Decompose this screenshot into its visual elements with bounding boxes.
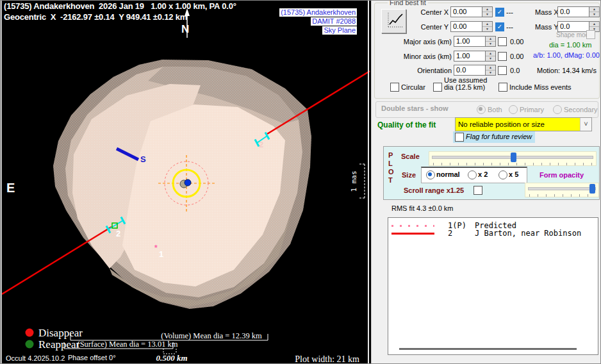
assumed-dia-checkbox[interactable] bbox=[433, 83, 442, 92]
mass-x-label: Mass X bbox=[535, 8, 559, 16]
scale-slider-ticks bbox=[433, 163, 593, 165]
disappear-legend: Disappear bbox=[38, 327, 83, 339]
plot-letter-o: O bbox=[388, 168, 394, 176]
center-x-fit-value: --- bbox=[506, 8, 513, 16]
run-fit-button[interactable] bbox=[381, 9, 406, 33]
flag-review-label: Flag for future review bbox=[466, 133, 532, 140]
reappear-dot-icon bbox=[26, 340, 34, 349]
scale-slider[interactable] bbox=[429, 151, 597, 166]
center-y-lock-checkbox[interactable]: ✓ bbox=[495, 22, 504, 31]
version-label: Occult 4.2025.10.2 bbox=[6, 354, 65, 362]
plot-width-label: Plot width: 21 km bbox=[295, 354, 359, 364]
plot-letter-l: L bbox=[388, 160, 393, 167]
scale-label: Scale bbox=[401, 153, 420, 160]
double-both-label: Both bbox=[488, 106, 502, 113]
quality-value: No reliable position or size bbox=[456, 120, 580, 128]
minor-axis-fit-value: 0.00 bbox=[510, 53, 523, 60]
form-opacity-slider-track[interactable] bbox=[528, 187, 596, 190]
chord-number: 2 bbox=[448, 229, 452, 238]
center-x-spinner[interactable]: 0.00▲▼ bbox=[450, 6, 493, 17]
minor-axis-value[interactable]: 1.00 bbox=[454, 51, 485, 62]
major-axis-value[interactable]: 1.00 bbox=[454, 36, 485, 47]
scale-slider-thumb[interactable] bbox=[511, 153, 516, 162]
east-label: E bbox=[6, 181, 15, 195]
miss-events-checkbox[interactable] bbox=[498, 83, 507, 92]
sky-plane-plot: * S 2 2 1 N E 1 mas bbox=[1, 1, 371, 364]
flag-review-checkbox[interactable] bbox=[455, 133, 464, 142]
size-x5-radio[interactable] bbox=[498, 170, 507, 179]
center-y-value[interactable]: 0.00 bbox=[450, 21, 482, 32]
object-name-chip: (15735) Andakerkhoven bbox=[279, 8, 357, 17]
minor-axis-fit-checkbox[interactable] bbox=[498, 52, 507, 61]
assumed-dia-label: Use assumeddia (12.5 km) bbox=[444, 77, 487, 91]
scroll-range-label: Scroll range x1.25 bbox=[404, 186, 464, 194]
size-normal-label: normal bbox=[436, 170, 460, 178]
plot-title-line2: Geocentric X -2162.97 ±0.14 Y 949.41 ±0.… bbox=[4, 12, 187, 22]
size-normal-radio[interactable] bbox=[426, 170, 435, 179]
plot-border bbox=[368, 1, 369, 364]
plot-title-line1: (15735) Andakerkhoven 2026 Jan 19 1.00 x… bbox=[4, 1, 236, 11]
double-primary-radio bbox=[509, 105, 518, 114]
mass-y-value[interactable]: 0.0 bbox=[557, 21, 589, 32]
chord1-label: 1 bbox=[159, 249, 163, 259]
center-y-spinner[interactable]: 0.00▲▼ bbox=[450, 21, 493, 32]
double-both-radio bbox=[477, 105, 486, 114]
spin-axis-label: S bbox=[140, 154, 146, 164]
shadow-centre-dot bbox=[185, 179, 191, 186]
double-secondary-radio bbox=[553, 105, 562, 114]
center-x-label: Center X bbox=[404, 8, 449, 16]
mass-x-value[interactable]: 0.0 bbox=[557, 6, 589, 17]
line-chart-icon bbox=[386, 12, 405, 29]
center-y-fit-value: --- bbox=[506, 23, 513, 31]
double-stars-group: Double stars - show Both Primary Seconda… bbox=[375, 101, 598, 118]
size-x2-radio[interactable] bbox=[468, 170, 477, 179]
center-x-value[interactable]: 0.00 bbox=[450, 6, 482, 17]
double-primary-label: Primary bbox=[520, 106, 544, 113]
sky-plane-chip: Sky Plane bbox=[322, 26, 357, 35]
chord-listbox[interactable]: 1(P) Predicted 2 J Barton, near Robinson bbox=[388, 217, 598, 355]
damit-model-chip: DAMIT #2088 bbox=[311, 17, 357, 26]
miss-events-label: Include Miss events bbox=[509, 83, 572, 91]
major-axis-fit-checkbox[interactable] bbox=[498, 37, 507, 46]
major-axis-label: Major axis (km) bbox=[391, 38, 452, 46]
size-radio-group: normal x 2 x 5 bbox=[421, 167, 527, 183]
minor-axis-label: Minor axis (km) bbox=[391, 53, 452, 60]
plot-letter-t: T bbox=[388, 176, 393, 184]
occult-window: * S 2 2 1 N E 1 mas bbox=[0, 0, 601, 364]
phase-offset-label: Phase offset 0° bbox=[68, 354, 116, 361]
orientation-label: Orientation bbox=[391, 67, 452, 74]
list-item[interactable]: 2 J Barton, near Robinson bbox=[388, 229, 598, 238]
minor-axis-spinner[interactable]: 1.00▲▼ bbox=[454, 51, 496, 62]
control-panel: Find best fit Center X 0.00▲▼ ✓ --- Mass… bbox=[371, 1, 601, 364]
orientation-value[interactable]: 0.0 bbox=[454, 65, 485, 76]
mass-x-spinner[interactable]: 0.0▲▼ bbox=[557, 6, 600, 17]
quality-dropdown[interactable]: No reliable position or size ˅ bbox=[455, 117, 592, 131]
disappear-dot-icon bbox=[26, 329, 34, 337]
asteroid-plot-canvas: * S 2 2 1 N E 1 mas bbox=[2, 1, 372, 364]
form-opacity-slider[interactable] bbox=[525, 183, 599, 197]
scroll-range-checkbox[interactable] bbox=[473, 186, 482, 195]
plot-letter-p: P bbox=[388, 151, 393, 159]
volume-dia-label: (Volume) Mean dia = 12.39 km bbox=[161, 331, 262, 340]
scale-bar-label: 0.500 km bbox=[156, 353, 187, 363]
motion-info: Motion: 14.34 km/s bbox=[537, 67, 597, 74]
north-label: N bbox=[181, 23, 189, 35]
center-x-lock-checkbox[interactable]: ✓ bbox=[495, 8, 504, 17]
orientation-fit-checkbox[interactable] bbox=[498, 66, 507, 75]
double-stars-title: Double stars - show bbox=[381, 104, 449, 112]
predicted-chord-swatch bbox=[391, 225, 434, 227]
form-opacity-slider-thumb[interactable] bbox=[589, 184, 595, 194]
horizontal-scrollbar[interactable] bbox=[399, 348, 577, 350]
surface-dia-label: (Surface) Mean dia = 13.01 km bbox=[77, 340, 177, 349]
orientation-spinner[interactable]: 0.0▲▼ bbox=[454, 65, 496, 76]
orientation-fit-value: 0.0 bbox=[510, 67, 520, 74]
flag-review-chip: Flag for future review bbox=[453, 131, 535, 143]
size-label: Size bbox=[402, 171, 416, 179]
dia-info: dia = 1.00 km bbox=[549, 41, 591, 49]
find-best-fit-title: Find best fit bbox=[388, 0, 428, 6]
circular-checkbox[interactable] bbox=[390, 83, 399, 92]
major-axis-spinner[interactable]: 1.00▲▼ bbox=[454, 36, 496, 47]
plot-controls-box: P L O T Scale Size normal x 2 x 5 Form o… bbox=[383, 146, 600, 200]
chord2-label-lower: 2 bbox=[116, 229, 120, 238]
chevron-down-icon[interactable]: ˅ bbox=[580, 118, 591, 131]
